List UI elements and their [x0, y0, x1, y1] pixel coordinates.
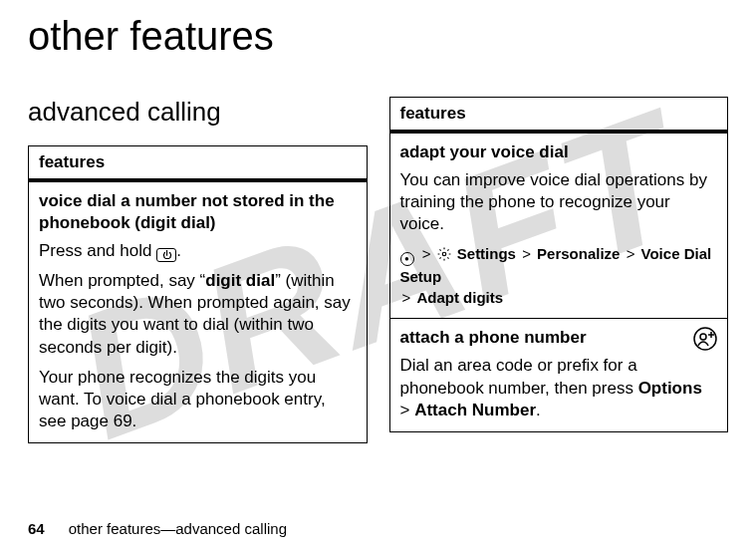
feature-line-3: Your phone recognizes the digits you wan…: [39, 367, 357, 432]
page-number: 64: [28, 520, 45, 537]
center-key-icon: ●: [400, 252, 414, 266]
svg-point-2: [700, 334, 706, 340]
right-column: features adapt your voice dial You can i…: [389, 97, 729, 443]
page-content: other features advanced calling features…: [0, 0, 756, 443]
right-feature-box: features adapt your voice dial You can i…: [389, 97, 729, 432]
features-header: features: [390, 98, 728, 134]
sep: >: [402, 289, 411, 306]
svg-point-0: [442, 253, 446, 257]
nav-path: ● > Settings > Personalize > Voice Dial …: [400, 243, 718, 308]
left-column: advanced calling features voice dial a n…: [28, 97, 368, 443]
contact-add-icon: [693, 327, 717, 351]
power-key-icon: ⏻: [156, 248, 176, 262]
nav-step-settings: Settings: [457, 245, 516, 262]
options-label: Options: [638, 379, 702, 398]
left-feature-box: features voice dial a number not stored …: [28, 145, 368, 443]
features-header: features: [29, 146, 367, 182]
text: Dial an area code or prefix for a phoneb…: [400, 356, 638, 397]
columns: advanced calling features voice dial a n…: [28, 97, 728, 443]
page-title: other features: [28, 14, 728, 59]
feature-attach-number: attach a phone number Dial an area code …: [390, 319, 728, 430]
section-title: advanced calling: [28, 97, 368, 128]
sep: >: [522, 245, 531, 262]
feature-title: adapt your voice dial: [400, 141, 718, 163]
sep: >: [627, 245, 635, 262]
footer: 64other features—advanced calling: [28, 520, 287, 537]
feature-desc: You can improve voice dial operations by…: [400, 169, 718, 235]
nav-step-personalize: Personalize: [537, 245, 620, 262]
nav-step-adapt-digits: Adapt digits: [416, 289, 503, 306]
feature-title: attach a phone number: [400, 327, 718, 349]
feature-adapt-voice-dial: adapt your voice dial You can improve vo…: [390, 134, 728, 319]
sep: >: [400, 401, 415, 419]
feature-title: voice dial a number not stored in the ph…: [39, 190, 357, 234]
bold-digit-dial: digit dial: [205, 271, 275, 290]
feature-desc: Dial an area code or prefix for a phoneb…: [400, 355, 718, 420]
text: .: [176, 241, 181, 260]
text: .: [536, 401, 541, 419]
text: Press and hold: [39, 241, 156, 260]
settings-icon: [437, 245, 451, 266]
feature-line-2: When prompted, say “digit dial” (within …: [39, 270, 357, 358]
footer-section: other features—advanced calling: [69, 520, 287, 537]
attach-number-label: Attach Number: [414, 401, 536, 419]
feature-digit-dial: voice dial a number not stored in the ph…: [29, 182, 367, 442]
feature-line-1: Press and hold ⏻.: [39, 240, 357, 262]
text: When prompted, say “: [39, 271, 205, 290]
sep: >: [422, 245, 431, 262]
